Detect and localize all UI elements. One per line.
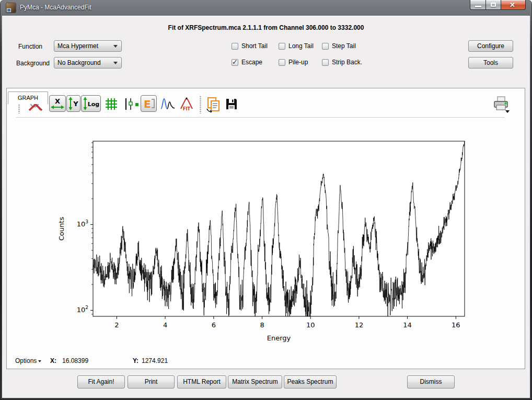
cursor-y-value: 1274.921 (142, 356, 168, 365)
checkbox-box (279, 59, 285, 66)
y-autoscale-button[interactable]: Y (66, 95, 80, 112)
pymca-window: PyMca - McaAdvancedFit ✕ Fit of XRFSpect… (0, 0, 532, 400)
svg-text:6: 6 (212, 321, 216, 329)
checkbox-strip-back[interactable]: Strip Back. (322, 59, 362, 67)
window-title: PyMca - McaAdvancedFit (20, 4, 91, 11)
tools-button[interactable]: Tools (468, 57, 513, 68)
checkbox-long-tail[interactable]: Long Tail (279, 42, 314, 51)
client-area: Fit of XRFSpectrum.mca 2.1.1.1 from Chan… (2, 16, 530, 398)
title-bar[interactable]: PyMca - McaAdvancedFit ✕ (0, 0, 532, 16)
close-icon: ✕ (510, 2, 517, 8)
peaks-spectrum-button[interactable]: Peaks Spectrum (284, 375, 337, 388)
cursor-x-label: X: (50, 356, 56, 365)
minimize-button[interactable] (470, 0, 486, 10)
configure-button[interactable]: Configure (468, 40, 513, 52)
fit-again-button[interactable]: Fit Again! (77, 375, 125, 388)
checkbox-pileup[interactable]: Pile-up (279, 59, 308, 67)
options-button[interactable]: Options (15, 356, 41, 365)
svg-text:Counts: Counts (57, 217, 65, 241)
svg-text:10: 10 (306, 321, 315, 329)
print-button[interactable]: Print (128, 375, 175, 388)
maximize-icon (491, 3, 496, 7)
copy-icon[interactable] (205, 96, 222, 115)
svg-text:12: 12 (355, 321, 364, 329)
toolbar-drag-handle[interactable] (200, 96, 201, 113)
spectrum-icon[interactable] (160, 97, 176, 112)
checkbox-short-tail[interactable]: Short Tail (232, 42, 268, 51)
checkbox-box (279, 43, 285, 50)
cursor-x-value: 16.08399 (62, 356, 88, 365)
chevron-down-icon (113, 45, 118, 48)
svg-text:2: 2 (114, 321, 119, 329)
matrix-spectrum-button[interactable]: Matrix Spectrum (228, 375, 282, 388)
function-value: Mca Hypermet (57, 42, 98, 50)
chevron-down-icon (38, 360, 41, 362)
background-select[interactable]: No Background (54, 57, 122, 68)
svg-text:Y: Y (73, 100, 78, 108)
cursor-y-label: Y: (133, 356, 138, 365)
checkbox-escape[interactable]: Escape (232, 59, 262, 67)
save-icon[interactable] (224, 97, 239, 113)
svg-text:16: 16 (452, 321, 460, 329)
background-label: Background (16, 58, 50, 69)
svg-text:103: 103 (77, 219, 88, 228)
checkbox-box (232, 59, 238, 66)
svg-text:8: 8 (260, 321, 264, 329)
grid-icon[interactable] (104, 97, 119, 113)
checkbox-box (232, 43, 238, 50)
svg-text:102: 102 (77, 305, 88, 314)
checkbox-box (322, 59, 329, 66)
markers-icon[interactable] (124, 97, 140, 113)
svg-text:4: 4 (163, 321, 167, 329)
dismiss-button[interactable]: Dismiss (407, 375, 455, 388)
maximize-button[interactable] (486, 0, 501, 10)
toolbar-separator (16, 117, 505, 118)
x-autoscale-button[interactable]: X (49, 95, 66, 112)
energy-button[interactable]: E (141, 95, 157, 112)
fit-icon[interactable]: FIT (179, 97, 194, 113)
fit-header-title: Fit of XRFSpectrum.mca 2.1.1.1 from Chan… (2, 24, 530, 31)
svg-text:Energy: Energy (267, 334, 291, 342)
function-select[interactable]: Mca Hypermet (54, 40, 122, 52)
svg-text:FIT: FIT (183, 107, 190, 111)
html-report-button[interactable]: HTML Report (177, 375, 226, 388)
app-icon (6, 3, 16, 13)
minimize-icon (475, 6, 481, 7)
tab-graph[interactable]: GRAPH (8, 92, 48, 104)
graph-tab-content: X Y Log (6, 88, 525, 369)
svg-text:E: E (144, 98, 151, 110)
checkbox-step-tail[interactable]: Step Tail (322, 42, 356, 51)
svg-text:14: 14 (403, 321, 412, 329)
function-label: Function (18, 41, 42, 52)
chevron-down-icon (113, 62, 118, 64)
close-button[interactable]: ✕ (501, 0, 526, 10)
svg-text:Log: Log (88, 101, 99, 108)
svg-text:X: X (55, 97, 60, 105)
print-icon[interactable] (492, 96, 511, 115)
spectrum-chart[interactable]: 246810121416102103EnergyCounts (50, 126, 473, 348)
background-value: No Background (57, 59, 101, 66)
checkbox-box (322, 43, 329, 50)
log-scale-button[interactable]: Log (81, 95, 101, 112)
